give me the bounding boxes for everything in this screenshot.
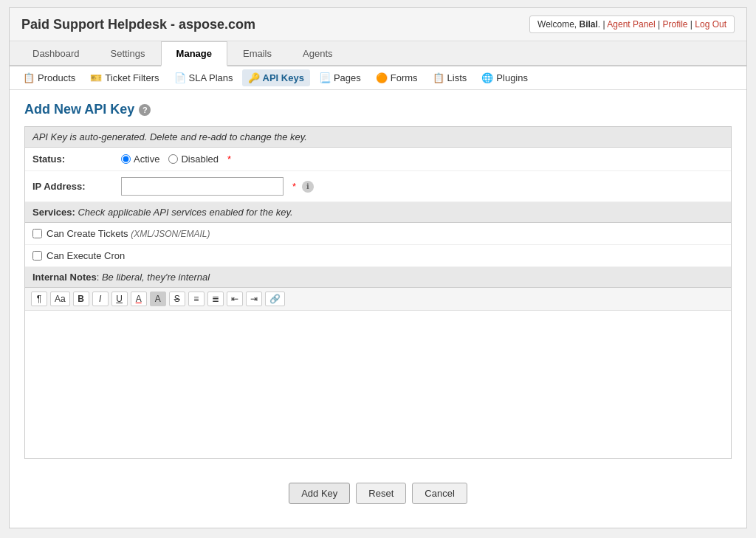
service1-note: (XML/JSON/EMAIL) (131, 229, 210, 239)
lists-icon: 📋 (433, 72, 444, 83)
bold-btn[interactable]: B (73, 292, 89, 306)
bg-color-btn[interactable]: A (150, 292, 166, 306)
forms-icon: 🟠 (376, 72, 388, 83)
status-active-option[interactable]: Active (121, 154, 159, 165)
status-required-star: * (227, 154, 231, 165)
ip-address-field: * ℹ (121, 177, 724, 196)
auto-generated-note: API Key is auto-generated. Delete and re… (32, 131, 307, 142)
status-row: Status: Active Disabled * (25, 148, 731, 171)
help-icon[interactable]: ? (139, 104, 151, 116)
internal-notes-note: Be liberal, they're internal (102, 272, 210, 283)
auto-generated-note-row: API Key is auto-generated. Delete and re… (25, 127, 731, 148)
services-label: Services: (32, 207, 75, 218)
subnav-ticket-filters-label: Ticket Filters (105, 72, 159, 83)
service1-row: Can Create Tickets (XML/JSON/EMAIL) (25, 223, 731, 245)
subnav-forms[interactable]: 🟠 Forms (370, 69, 424, 86)
agent-panel-link[interactable]: Agent Panel (607, 19, 655, 30)
products-icon: 📋 (23, 72, 35, 83)
logout-link[interactable]: Log Out (695, 19, 726, 30)
underline-btn[interactable]: U (111, 292, 128, 306)
internal-notes-header: Internal Notes: Be liberal, they're inte… (25, 267, 731, 288)
api-keys-icon: 🔑 (248, 72, 260, 83)
tab-emails[interactable]: Emails (227, 41, 287, 66)
paragraph-btn[interactable]: ¶ (31, 292, 47, 306)
subnav-plugins[interactable]: 🌐 Plugins (475, 69, 534, 86)
ip-address-row: IP Address: * ℹ (25, 171, 731, 202)
sub-nav: 📋 Products 🎫 Ticket Filters 📄 SLA Plans … (10, 66, 746, 90)
subnav-api-keys-label: API Keys (263, 72, 304, 83)
plugins-icon: 🌐 (481, 72, 493, 83)
sla-plans-icon: 📄 (174, 72, 186, 83)
main-content: Add New API Key ? API Key is auto-genera… (10, 90, 746, 528)
status-active-label: Active (134, 154, 159, 165)
service1-text: Can Create Tickets (47, 228, 128, 239)
status-label: Status: (32, 154, 121, 165)
subnav-sla-plans-label: SLA Plans (189, 72, 233, 83)
page-title: Add New API Key (24, 102, 134, 117)
reset-button[interactable]: Reset (356, 483, 406, 504)
indent-btn[interactable]: ⇥ (246, 292, 262, 306)
username: Bilal (579, 19, 597, 30)
outdent-btn[interactable]: ⇤ (227, 292, 243, 306)
status-disabled-radio[interactable] (168, 154, 178, 164)
ordered-list-btn[interactable]: ≣ (207, 292, 224, 306)
service1-checkbox[interactable] (32, 229, 42, 238)
form-buttons: Add Key Reset Cancel (24, 471, 732, 516)
subnav-products[interactable]: 📋 Products (17, 69, 81, 86)
service2-checkbox[interactable] (32, 251, 42, 261)
status-radio-group: Active Disabled (121, 154, 219, 165)
service1-label[interactable]: Can Create Tickets (XML/JSON/EMAIL) (47, 228, 210, 239)
tab-agents[interactable]: Agents (287, 41, 348, 66)
italic-btn[interactable]: I (92, 292, 109, 306)
status-active-radio[interactable] (121, 154, 131, 164)
tab-settings[interactable]: Settings (95, 41, 161, 66)
profile-link[interactable]: Profile (662, 19, 687, 30)
top-nav: Dashboard Settings Manage Emails Agents (10, 41, 746, 66)
editor-area[interactable] (25, 311, 731, 458)
tab-manage[interactable]: Manage (161, 41, 227, 66)
strikethrough-btn[interactable]: S (169, 292, 185, 306)
font-color-btn[interactable]: A (131, 292, 147, 306)
subnav-lists-label: Lists (447, 72, 467, 83)
status-disabled-option[interactable]: Disabled (168, 154, 219, 165)
editor-toolbar: ¶ Aa B I U A A S ≡ ≣ ⇤ ⇥ 🔗 (25, 288, 731, 311)
subnav-ticket-filters[interactable]: 🎫 Ticket Filters (84, 69, 165, 86)
font-btn[interactable]: Aa (50, 292, 70, 306)
status-field: Active Disabled * (121, 154, 724, 165)
subnav-lists[interactable]: 📋 Lists (427, 69, 473, 86)
subnav-pages[interactable]: 📃 Pages (313, 69, 367, 86)
ticket-filters-icon: 🎫 (90, 72, 102, 83)
services-header: Services: Check applicable API services … (25, 202, 731, 223)
subnav-products-label: Products (38, 72, 75, 83)
user-info-box: Welcome, Bilal. | Agent Panel | Profile … (529, 15, 735, 33)
services-note: Check applicable API services enabled fo… (78, 207, 292, 218)
subnav-sla-plans[interactable]: 📄 SLA Plans (168, 69, 239, 86)
subnav-forms-label: Forms (391, 72, 418, 83)
add-key-button[interactable]: Add Key (289, 483, 350, 504)
status-disabled-label: Disabled (181, 154, 219, 165)
header: Paid Support Helpdesk - aspose.com Welco… (10, 8, 746, 41)
cancel-button[interactable]: Cancel (412, 483, 467, 504)
welcome-text: Welcome, (537, 19, 579, 30)
pages-icon: 📃 (319, 72, 331, 83)
subnav-api-keys[interactable]: 🔑 API Keys (242, 69, 310, 86)
subnav-plugins-label: Plugins (496, 72, 528, 83)
internal-notes-label: Internal Notes (32, 272, 97, 283)
app-title: Paid Support Helpdesk - aspose.com (21, 17, 255, 32)
ip-address-label: IP Address: (32, 181, 121, 192)
service2-row: Can Execute Cron (25, 245, 731, 267)
ip-address-input[interactable] (121, 177, 284, 196)
link-btn[interactable]: 🔗 (265, 292, 285, 306)
form-container: API Key is auto-generated. Delete and re… (24, 126, 732, 459)
page-title-area: Add New API Key ? (24, 102, 732, 117)
service2-label[interactable]: Can Execute Cron (47, 250, 125, 261)
subnav-pages-label: Pages (334, 72, 361, 83)
unordered-list-btn[interactable]: ≡ (188, 292, 205, 306)
ip-info-icon[interactable]: ℹ (302, 181, 314, 193)
ip-required-star: * (292, 181, 296, 192)
tab-dashboard[interactable]: Dashboard (17, 41, 95, 66)
